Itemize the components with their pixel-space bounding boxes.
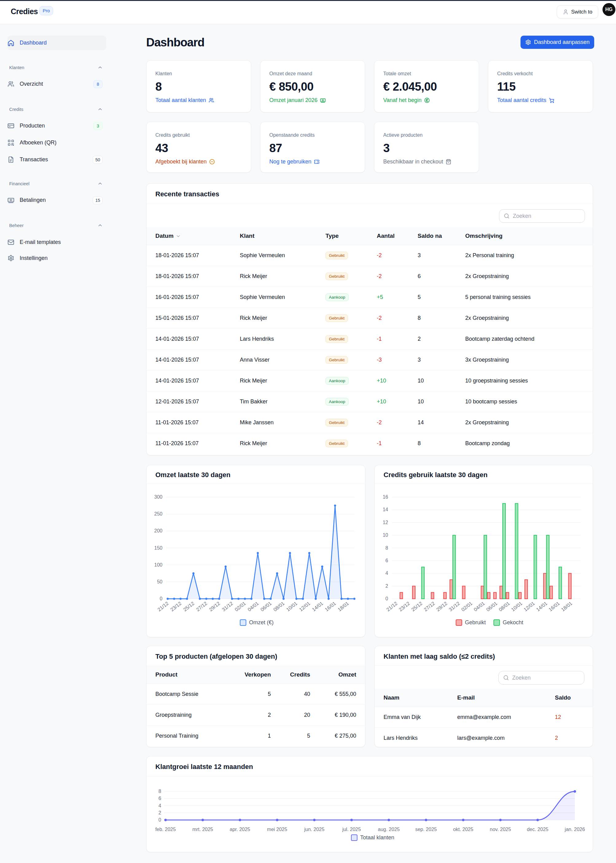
svg-text:mei 2025: mei 2025 [267, 827, 288, 832]
svg-text:nov. 2025: nov. 2025 [490, 827, 511, 832]
svg-text:23/12: 23/12 [170, 601, 182, 612]
svg-text:04/01: 04/01 [247, 601, 259, 612]
svg-text:10/01: 10/01 [285, 601, 298, 612]
svg-text:apr. 2025: apr. 2025 [230, 827, 250, 832]
svg-text:6: 6 [385, 558, 388, 563]
svg-text:31/12: 31/12 [448, 601, 460, 612]
svg-text:10/01: 10/01 [511, 601, 523, 612]
svg-text:0: 0 [385, 596, 388, 601]
svg-text:0: 0 [159, 817, 161, 822]
svg-text:29/12: 29/12 [208, 601, 221, 612]
svg-text:jun. 2025: jun. 2025 [304, 827, 325, 832]
svg-text:Totaal klanten: Totaal klanten [360, 835, 394, 841]
svg-text:8: 8 [159, 789, 161, 794]
svg-text:02/01: 02/01 [234, 601, 247, 612]
svg-text:4: 4 [159, 803, 161, 808]
svg-text:Gebruikt: Gebruikt [465, 619, 486, 625]
svg-text:200: 200 [154, 528, 162, 533]
svg-text:12/01: 12/01 [523, 601, 536, 612]
svg-text:04/01: 04/01 [473, 601, 486, 612]
svg-text:250: 250 [154, 511, 162, 517]
svg-text:23/12: 23/12 [398, 601, 411, 612]
svg-text:mrt. 2025: mrt. 2025 [192, 827, 213, 832]
svg-text:06/01: 06/01 [485, 601, 498, 612]
svg-text:25/12: 25/12 [410, 601, 423, 612]
svg-text:31/12: 31/12 [221, 601, 234, 612]
svg-text:06/01: 06/01 [259, 601, 272, 612]
svg-text:6: 6 [159, 796, 161, 801]
svg-text:08/01: 08/01 [498, 601, 511, 612]
svg-text:14/01: 14/01 [535, 601, 548, 612]
svg-text:14: 14 [383, 507, 388, 512]
svg-text:08/01: 08/01 [272, 601, 285, 612]
svg-text:2: 2 [385, 583, 388, 589]
svg-text:21/12: 21/12 [385, 601, 398, 612]
svg-text:21/12: 21/12 [157, 601, 170, 612]
svg-text:2: 2 [159, 810, 161, 816]
svg-text:150: 150 [154, 545, 162, 551]
svg-text:02/01: 02/01 [460, 601, 473, 612]
svg-text:10: 10 [383, 532, 388, 538]
svg-text:25/12: 25/12 [182, 601, 195, 612]
svg-text:100: 100 [154, 562, 162, 567]
svg-text:27/12: 27/12 [195, 601, 208, 612]
svg-text:27/12: 27/12 [423, 601, 436, 612]
svg-text:4: 4 [385, 570, 388, 576]
svg-text:16/01: 16/01 [324, 601, 337, 612]
svg-text:jul. 2025: jul. 2025 [342, 827, 361, 832]
svg-text:14/01: 14/01 [311, 601, 324, 612]
svg-text:18/01: 18/01 [337, 601, 350, 612]
svg-text:12/01: 12/01 [298, 601, 311, 612]
svg-text:50: 50 [157, 579, 162, 584]
svg-text:sep. 2025: sep. 2025 [415, 827, 437, 832]
svg-text:300: 300 [154, 494, 162, 499]
svg-text:feb. 2025: feb. 2025 [156, 827, 176, 832]
svg-text:Omzet (€): Omzet (€) [249, 619, 273, 625]
svg-text:16/01: 16/01 [548, 601, 561, 612]
svg-text:okt. 2025: okt. 2025 [453, 827, 473, 832]
svg-text:12: 12 [383, 520, 388, 525]
svg-text:dec. 2025: dec. 2025 [527, 827, 548, 832]
svg-text:8: 8 [385, 545, 388, 551]
svg-text:jan. 2026: jan. 2026 [564, 827, 585, 832]
svg-text:Gekocht: Gekocht [503, 619, 523, 625]
svg-text:0: 0 [160, 596, 162, 601]
svg-text:18/01: 18/01 [560, 601, 573, 612]
svg-text:16: 16 [383, 494, 388, 499]
svg-text:29/12: 29/12 [435, 601, 448, 612]
svg-text:aug. 2025: aug. 2025 [378, 827, 400, 832]
